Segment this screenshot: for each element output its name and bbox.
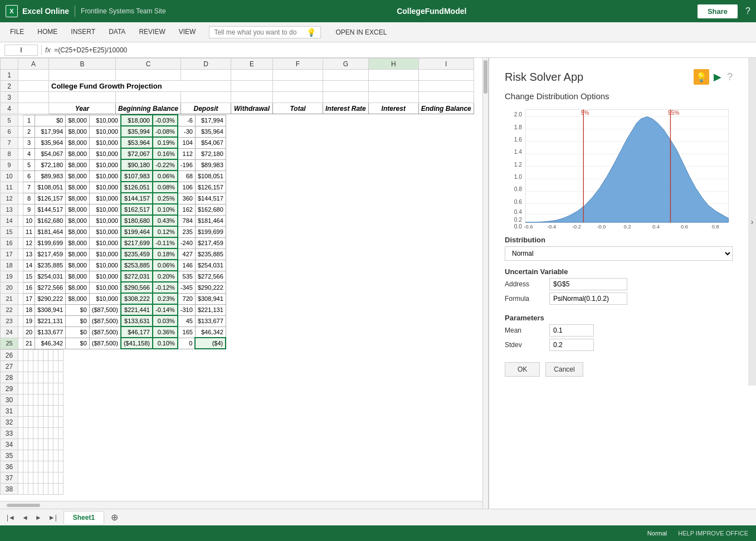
empty-cell[interactable]	[48, 484, 53, 495]
cell-year[interactable]: 7	[23, 182, 35, 193]
cell-withdrawal[interactable]: $10,000	[89, 293, 121, 304]
empty-cell[interactable]	[18, 417, 23, 428]
empty-cell[interactable]	[53, 428, 58, 439]
cell-beg-bal[interactable]: $126,157	[35, 193, 66, 204]
sidebar-collapse-button[interactable]: ›	[748, 58, 756, 386]
cell-total[interactable]: $126,051	[121, 182, 153, 193]
empty-cell[interactable]	[28, 417, 33, 428]
ok-button[interactable]: OK	[505, 362, 540, 377]
mean-input[interactable]	[549, 324, 594, 337]
cell-beg-bal[interactable]: $290,222	[35, 293, 66, 304]
empty-cell[interactable]	[28, 372, 33, 383]
cell-a14[interactable]	[18, 215, 23, 226]
empty-cell[interactable]	[48, 450, 53, 461]
empty-cell[interactable]	[33, 406, 38, 417]
empty-cell[interactable]	[38, 361, 43, 372]
cell-year[interactable]: 21	[23, 338, 35, 349]
cell-total[interactable]: $217,699	[121, 237, 153, 248]
cell-total[interactable]: $18,000	[121, 115, 153, 126]
empty-cell[interactable]	[53, 394, 58, 406]
cell-withdrawal[interactable]: $10,000	[89, 170, 121, 182]
empty-cell[interactable]	[43, 484, 48, 495]
empty-cell[interactable]	[53, 439, 58, 450]
cell-ending-bal[interactable]: $17,994	[195, 115, 226, 126]
cell-deposit[interactable]: $8,000	[66, 182, 90, 193]
cell-interest[interactable]: 235	[178, 226, 196, 237]
cell-deposit[interactable]: $8,000	[66, 293, 90, 304]
empty-cell[interactable]	[33, 394, 38, 406]
open-excel-button[interactable]: OPEN IN EXCEL	[329, 26, 393, 38]
empty-cell[interactable]	[43, 394, 48, 406]
cell-i1[interactable]	[418, 70, 474, 81]
cell-beg-bal[interactable]: $199,699	[35, 237, 66, 248]
empty-cell[interactable]	[53, 417, 58, 428]
cell-interest-rate[interactable]: 0.03%	[153, 315, 178, 326]
col-header-A[interactable]: A	[18, 59, 49, 70]
empty-cell[interactable]	[38, 439, 43, 450]
cell-withdrawal[interactable]: $10,000	[89, 193, 121, 204]
empty-cell[interactable]	[28, 428, 33, 439]
cell-interest-rate[interactable]: 0.16%	[153, 148, 178, 159]
empty-cell[interactable]	[48, 372, 53, 383]
empty-cell[interactable]	[18, 383, 23, 394]
cell-e2[interactable]	[231, 81, 273, 92]
empty-cell[interactable]	[33, 372, 38, 383]
cell-year[interactable]: 12	[23, 237, 35, 248]
empty-cell[interactable]	[38, 383, 43, 394]
cell-year[interactable]: 13	[23, 248, 35, 260]
empty-cell[interactable]	[58, 350, 64, 361]
cell-total[interactable]: $180,680	[121, 215, 153, 226]
empty-cell[interactable]	[38, 394, 43, 406]
empty-cell[interactable]	[53, 484, 58, 495]
cell-ending-bal[interactable]: $35,964	[195, 126, 226, 137]
cell-beg-bal[interactable]: $46,342	[35, 338, 66, 349]
empty-cell[interactable]	[43, 428, 48, 439]
col-header-E[interactable]: E	[231, 59, 273, 70]
cell-withdrawal[interactable]: $10,000	[89, 126, 121, 137]
cell-ending-bal[interactable]: $72,180	[195, 148, 226, 159]
empty-cell[interactable]	[23, 350, 28, 361]
cell-beg-bal[interactable]: $17,994	[35, 126, 66, 137]
cell-deposit[interactable]: $8,000	[66, 271, 90, 282]
cell-deposit[interactable]: $8,000	[66, 204, 90, 215]
cell-ending-bal[interactable]: $54,067	[195, 137, 226, 148]
cell-ending-bal[interactable]: $221,131	[195, 304, 226, 315]
cell-withdrawal[interactable]: $10,000	[89, 237, 121, 248]
empty-cell[interactable]	[43, 383, 48, 394]
search-input[interactable]	[214, 28, 303, 36]
v-scroll-thumb[interactable]	[484, 60, 487, 94]
bulb-icon[interactable]: 💡	[694, 69, 709, 85]
empty-cell[interactable]	[33, 484, 38, 495]
empty-cell[interactable]	[48, 417, 53, 428]
cell-withdrawal[interactable]: ($87,500)	[89, 338, 121, 349]
empty-cell[interactable]	[18, 472, 23, 484]
cell-beg-bal[interactable]: $235,885	[35, 260, 66, 271]
cell-h1[interactable]	[368, 70, 418, 81]
cell-a8[interactable]	[18, 148, 23, 159]
empty-cell[interactable]	[18, 372, 23, 383]
empty-cell[interactable]	[58, 461, 64, 472]
cell-a19[interactable]	[18, 271, 23, 282]
empty-cell[interactable]	[23, 439, 28, 450]
cell-beg-bal[interactable]: $144,517	[35, 204, 66, 215]
cell-deposit[interactable]: $8,000	[66, 137, 90, 148]
cell-beg-bal[interactable]: $162,680	[35, 215, 66, 226]
cell-interest[interactable]: -30	[178, 126, 196, 137]
cell-deposit[interactable]: $8,000	[66, 282, 90, 293]
empty-cell[interactable]	[48, 406, 53, 417]
cancel-button[interactable]: Cancel	[545, 362, 583, 377]
cell-ending-bal[interactable]: $162,680	[195, 204, 226, 215]
empty-cell[interactable]	[18, 461, 23, 472]
empty-cell[interactable]	[33, 439, 38, 450]
cell-total[interactable]: $290,566	[121, 282, 153, 293]
cell-interest[interactable]: 427	[178, 248, 196, 260]
cell-total[interactable]: $221,441	[121, 304, 153, 315]
cell-interest-rate[interactable]: 0.06%	[153, 260, 178, 271]
cell-total[interactable]: $162,517	[121, 204, 153, 215]
empty-cell[interactable]	[58, 383, 64, 394]
cell-total[interactable]: $107,983	[121, 170, 153, 182]
cell-interest[interactable]: 68	[178, 170, 196, 182]
cell-deposit[interactable]: $8,000	[66, 193, 90, 204]
empty-cell[interactable]	[23, 472, 28, 484]
empty-cell[interactable]	[43, 450, 48, 461]
